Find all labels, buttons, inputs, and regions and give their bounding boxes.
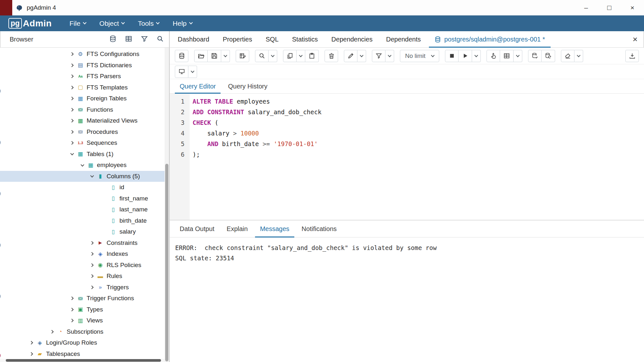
tree-item-materialized-views[interactable]: ▦Materialized Views	[0, 115, 165, 126]
tree-item-views[interactable]: ▥Views	[0, 315, 165, 326]
find-button[interactable]	[255, 50, 269, 62]
tab-properties[interactable]: Properties	[216, 31, 259, 47]
chevron-right-icon[interactable]	[68, 108, 76, 111]
view-results-button[interactable]	[500, 50, 514, 62]
tree-item-types[interactable]: ▣Types	[0, 304, 165, 315]
filter-tree-button[interactable]	[141, 35, 148, 44]
chevron-right-icon[interactable]	[68, 97, 76, 100]
execute-query-button[interactable]	[459, 50, 472, 62]
clear-button[interactable]	[561, 50, 574, 62]
tree-item-fts-templates[interactable]: ▢FTS Templates	[0, 82, 165, 93]
tab-explain[interactable]: Explain	[221, 221, 253, 237]
tab-dashboard[interactable]: Dashboard	[171, 31, 216, 47]
tab-query-history[interactable]: Query History	[223, 79, 273, 93]
tab-data-output[interactable]: Data Output	[174, 221, 220, 237]
tab-query-editor[interactable]: Query Editor	[174, 79, 221, 93]
tab-messages[interactable]: Messages	[254, 221, 295, 237]
chevron-right-icon[interactable]	[88, 286, 96, 289]
commit-button[interactable]	[528, 50, 542, 62]
tree-horizontal-scrollbar[interactable]	[0, 359, 165, 362]
macros-dropdown-button[interactable]	[188, 66, 197, 78]
tab-statistics[interactable]: Statistics	[285, 31, 325, 47]
row-limit-select[interactable]: No limit	[400, 50, 439, 62]
chevron-down-icon[interactable]	[68, 153, 76, 155]
chevron-right-icon[interactable]	[68, 86, 76, 89]
chevron-right-icon[interactable]	[68, 64, 76, 67]
tree-item-fts-parsers[interactable]: AaFTS Parsers	[0, 71, 165, 82]
horizontal-scrollbar-thumb[interactable]	[6, 359, 161, 362]
tree-item-first-name[interactable]: ▯first_name	[0, 193, 165, 204]
open-file-button[interactable]	[194, 50, 208, 62]
tree-item-salary[interactable]: ▯salary	[0, 226, 165, 237]
cancel-query-button[interactable]	[445, 50, 459, 62]
chevron-right-icon[interactable]	[68, 119, 76, 122]
tree-item-sequences[interactable]: 1..3Sequences	[0, 137, 165, 149]
chevron-right-icon[interactable]	[88, 275, 96, 277]
tree-item-procedures[interactable]: {()}Procedures	[0, 126, 165, 138]
edit-dropdown-button[interactable]	[357, 50, 366, 62]
chevron-right-icon[interactable]	[68, 53, 76, 55]
tree-item-tablespaces[interactable]: ▰Tablespaces	[0, 348, 165, 360]
tree-item-login-group-roles[interactable]: ◈Login/Group Roles	[0, 337, 165, 348]
paste-button[interactable]	[305, 50, 319, 62]
rollback-button[interactable]	[542, 50, 555, 62]
search-objects-button[interactable]	[156, 35, 164, 44]
tree-item-columns-5[interactable]: ▮Columns (5)	[0, 171, 165, 182]
sql-editor[interactable]: 1ALTER TABLE employees2ADD CONSTRAINT sa…	[170, 94, 644, 220]
edit-grid-button[interactable]	[236, 50, 249, 62]
close-panel-button[interactable]: ×	[626, 35, 644, 43]
edit-button[interactable]	[344, 50, 357, 62]
chevron-right-icon[interactable]	[88, 264, 96, 266]
chevron-down-icon[interactable]	[88, 175, 96, 177]
tree-item-constraints[interactable]: ►Constraints	[0, 237, 165, 249]
chevron-right-icon[interactable]	[28, 353, 35, 355]
find-dropdown-button[interactable]	[269, 50, 277, 62]
chevron-right-icon[interactable]	[28, 341, 35, 344]
view-results-dropdown-button[interactable]	[514, 50, 522, 62]
copy-dropdown-button[interactable]	[297, 50, 305, 62]
save-file-dropdown-button[interactable]	[221, 50, 230, 62]
minimize-button[interactable]: –	[574, 0, 598, 15]
close-window-button[interactable]: ×	[621, 0, 644, 15]
tree-item-functions[interactable]: {()}Functions	[0, 104, 165, 116]
object-grid-button[interactable]	[125, 35, 132, 44]
menu-help[interactable]: Help	[166, 15, 199, 31]
chevron-right-icon[interactable]	[68, 308, 76, 311]
macros-button[interactable]	[175, 66, 188, 78]
tree-item-foreign-tables[interactable]: ▦Foreign Tables	[0, 93, 165, 104]
tree-item-triggers[interactable]: »Triggers	[0, 282, 165, 293]
chevron-down-icon[interactable]	[79, 164, 86, 166]
chevron-right-icon[interactable]	[88, 253, 96, 255]
pointer-tool-button[interactable]	[487, 50, 500, 62]
tab-dependencies[interactable]: Dependencies	[325, 31, 379, 47]
menu-object[interactable]: Object	[93, 15, 131, 31]
save-file-button[interactable]	[208, 50, 221, 62]
copy-button[interactable]	[283, 50, 297, 62]
tab-sql[interactable]: SQL	[259, 31, 285, 47]
tree-item-subscriptions[interactable]: ◔Subscriptions	[0, 326, 165, 338]
tree-item-trigger-functions[interactable]: {()}Trigger Functions	[0, 293, 165, 304]
menu-file[interactable]: File	[63, 15, 93, 31]
tree-item-id[interactable]: ▯id	[0, 182, 165, 193]
delete-row-button[interactable]	[325, 50, 338, 62]
chevron-right-icon[interactable]	[68, 75, 76, 78]
filter-button[interactable]	[372, 50, 385, 62]
download-results-button[interactable]	[625, 50, 639, 62]
tree-item-last-name[interactable]: ▯last_name	[0, 204, 165, 215]
tree-item-rls-policies[interactable]: ◉RLS Policies	[0, 260, 165, 271]
tab-notifications[interactable]: Notifications	[296, 221, 342, 237]
menu-tools[interactable]: Tools	[131, 15, 166, 31]
server-activity-button[interactable]	[109, 35, 117, 44]
vertical-scrollbar-thumb[interactable]	[165, 164, 168, 361]
chevron-right-icon[interactable]	[68, 297, 76, 300]
chevron-right-icon[interactable]	[68, 142, 76, 144]
tree-item-rules[interactable]: ▬Rules	[0, 271, 165, 282]
maximize-button[interactable]: □	[598, 0, 621, 15]
tree-vertical-scrollbar[interactable]	[165, 48, 169, 362]
connection-button[interactable]	[175, 50, 188, 62]
chevron-right-icon[interactable]	[48, 330, 56, 333]
chevron-right-icon[interactable]	[88, 242, 96, 244]
tree-item-fts-dictionaries[interactable]: ▤FTS Dictionaries	[0, 60, 165, 71]
tab-postgres-sqladmin-postgres-001[interactable]: postgres/sqladmin@postgres-001 *	[428, 31, 552, 47]
tree-item-employees[interactable]: ▦employees	[0, 160, 165, 171]
